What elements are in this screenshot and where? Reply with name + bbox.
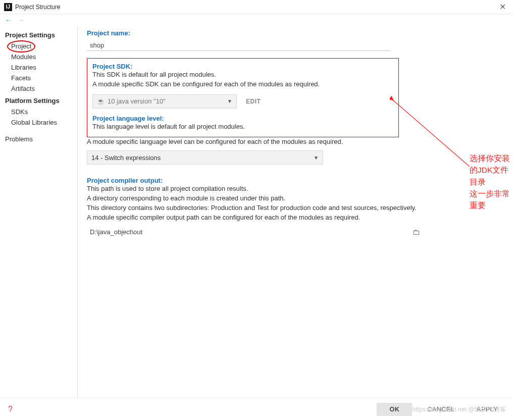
project-name-label: Project name:	[87, 29, 499, 37]
java-icon: ☕	[97, 98, 105, 105]
content-panel: Project name: Project SDK: This SDK is d…	[78, 26, 513, 398]
language-level-label: Project language level:	[92, 115, 393, 122]
sdk-dropdown[interactable]: ☕ 10 java version "10" ▼	[92, 94, 237, 109]
sidebar-item-libraries[interactable]: Libraries	[0, 62, 77, 73]
chevron-down-icon: ▼	[227, 98, 232, 104]
sidebar-item-facets[interactable]: Facets	[0, 73, 77, 83]
apply-button[interactable]: APPLY	[470, 403, 505, 416]
sidebar-header-project-settings: Project Settings	[0, 28, 77, 41]
sidebar-item-sdks[interactable]: SDKs	[0, 107, 77, 117]
output-path-value: D:\java_object\out	[87, 228, 413, 236]
sidebar-header-platform-settings: Platform Settings	[0, 94, 77, 107]
title-bar: IJ Project Structure ✕	[0, 0, 513, 14]
close-icon[interactable]: ✕	[496, 2, 509, 12]
language-level-value: 14 - Switch expressions	[91, 154, 161, 162]
window-title: Project Structure	[15, 4, 60, 11]
sdk-highlight-box: Project SDK: This SDK is default for all…	[87, 58, 399, 137]
cancel-button[interactable]: CANCEL	[421, 403, 460, 416]
sdk-desc-2: A module specific SDK can be configured …	[92, 80, 393, 89]
sidebar-item-project[interactable]: Project	[0, 41, 77, 51]
folder-browse-icon[interactable]: 🗀	[413, 228, 420, 236]
sidebar-item-artifacts[interactable]: Artifacts	[0, 83, 77, 94]
output-path-row: D:\java_object\out 🗀	[87, 228, 420, 236]
edit-sdk-link[interactable]: EDIT	[246, 98, 261, 105]
project-name-input[interactable]	[87, 40, 390, 51]
sdk-selected-value: 10 java version "10"	[108, 97, 166, 105]
output-desc-1: This path is used to store all project c…	[87, 184, 499, 194]
project-sdk-label: Project SDK:	[92, 63, 393, 70]
compiler-output-label: Project compiler output:	[87, 177, 499, 184]
output-desc-4: A module specific compiler output path c…	[87, 213, 499, 223]
language-level-dropdown[interactable]: 14 - Switch expressions ▼	[87, 150, 323, 165]
back-icon[interactable]: ←	[5, 16, 12, 24]
sidebar-item-modules[interactable]: Modules	[0, 51, 77, 62]
lang-desc-2: A module specific language level can be …	[87, 137, 499, 147]
annotation-line-2: 这一步非常重要	[470, 188, 513, 212]
bottom-bar: ? OK CANCEL APPLY	[0, 398, 513, 420]
chevron-down-icon: ▼	[314, 155, 319, 161]
forward-icon[interactable]: →	[17, 16, 24, 24]
sidebar-item-global-libraries[interactable]: Global Libraries	[0, 117, 77, 128]
help-icon[interactable]: ?	[8, 405, 13, 414]
output-desc-2: A directory corresponding to each module…	[87, 194, 499, 203]
main-area: Project Settings Project Modules Librari…	[0, 26, 513, 398]
sidebar: Project Settings Project Modules Librari…	[0, 26, 78, 398]
annotation-line-1: 选择你安装的JDK文件目录	[470, 152, 513, 188]
lang-desc-1: This language level is default for all p…	[92, 122, 393, 132]
sidebar-item-problems[interactable]: Problems	[0, 134, 77, 144]
output-desc-3: This directory contains two subdirectori…	[87, 203, 499, 213]
sdk-desc-1: This SDK is default for all project modu…	[92, 70, 393, 80]
nav-toolbar: ← →	[0, 14, 513, 26]
annotation-text: 选择你安装的JDK文件目录 这一步非常重要	[470, 152, 513, 211]
app-icon: IJ	[4, 3, 12, 11]
ok-button[interactable]: OK	[377, 403, 412, 416]
